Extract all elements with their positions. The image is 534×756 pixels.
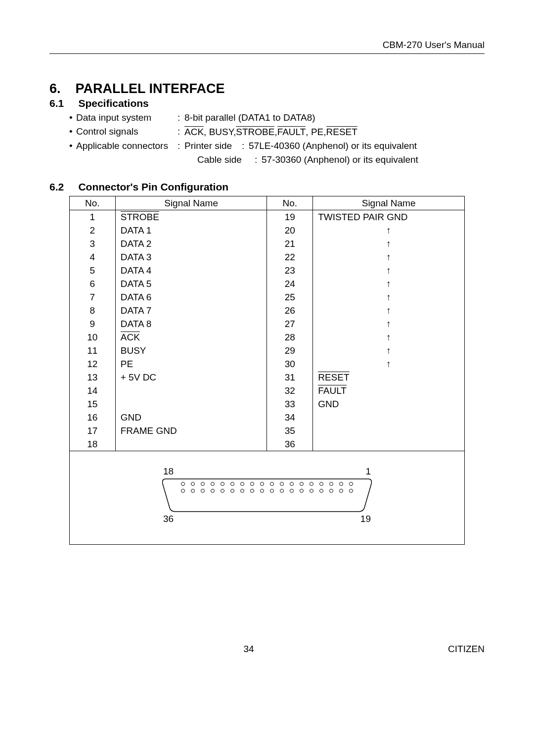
table-row: 6DATA 524↑ xyxy=(70,277,465,290)
table-row: 1STROBE19TWISTED PAIR GND xyxy=(70,210,465,224)
table-row: 1836 xyxy=(70,437,465,451)
table-row: 1533GND xyxy=(70,397,465,411)
table-row: 1432FAULT xyxy=(70,384,465,397)
spec-connectors: • Applicable connectors : Printer side :… xyxy=(69,141,485,151)
table-row: 16GND34 xyxy=(70,411,465,424)
spec-data-input: • Data input system : 8-bit parallel (DA… xyxy=(69,112,485,123)
table-row: 11BUSY29↑ xyxy=(70,344,465,357)
table-row: 10ACK28↑ xyxy=(70,331,465,344)
spec-connectors-cable: Cable side : 57-30360 (Anphenol) or its … xyxy=(197,154,485,165)
brand-name: CITIZEN xyxy=(448,644,485,655)
diag-label-36: 36 xyxy=(163,514,174,524)
pin-table: No. Signal Name No. Signal Name 1STROBE1… xyxy=(69,196,465,451)
spec-list: • Data input system : 8-bit parallel (DA… xyxy=(69,112,485,165)
spec-control-signals: • Control signals : ACK , BUSY, STROBE ,… xyxy=(69,126,485,138)
page-footer: 34 CITIZEN xyxy=(49,644,485,655)
table-row: 13+ 5V DC31RESET xyxy=(70,371,465,384)
table-row: 8DATA 726↑ xyxy=(70,304,465,317)
table-row: 7DATA 625↑ xyxy=(70,290,465,304)
page-number: 34 xyxy=(49,644,448,655)
table-row: 17FRAME GND35 xyxy=(70,424,465,437)
connector-diagram: 18 1 36 19 xyxy=(69,451,465,545)
diag-label-1: 1 xyxy=(365,466,371,477)
table-row: 12PE30↑ xyxy=(70,357,465,371)
diag-label-19: 19 xyxy=(360,514,371,524)
th-sig-1: Signal Name xyxy=(115,196,267,210)
th-no-2: No. xyxy=(267,196,313,210)
subsection-6-2: 6.2 Connector's Pin Configuration xyxy=(49,181,485,193)
diag-label-18: 18 xyxy=(163,466,174,477)
table-row: 4DATA 322↑ xyxy=(70,250,465,264)
connector-shape xyxy=(161,478,373,513)
table-row: 3DATA 221↑ xyxy=(70,237,465,250)
table-row: 9DATA 827↑ xyxy=(70,317,465,331)
document-header: CBM-270 User's Manual xyxy=(49,40,485,54)
table-row: 5DATA 423↑ xyxy=(70,264,465,277)
th-sig-2: Signal Name xyxy=(313,196,465,210)
section-title: 6. PARALLEL INTERFACE xyxy=(49,81,485,96)
subsection-6-1: 6.1 Specifications xyxy=(49,97,485,109)
th-no-1: No. xyxy=(70,196,116,210)
table-row: 2DATA 120↑ xyxy=(70,224,465,237)
manual-title: CBM-270 User's Manual xyxy=(383,40,485,50)
